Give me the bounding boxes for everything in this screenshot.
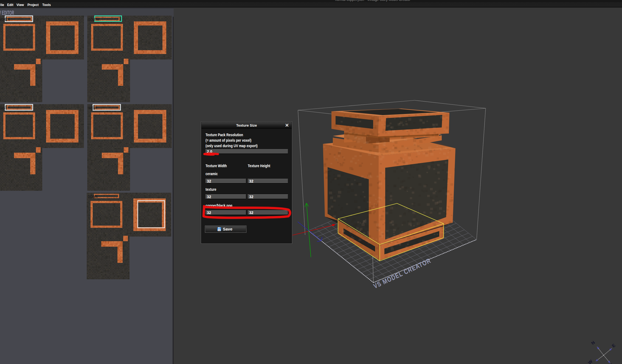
svg-text:NORTH: NORTH	[0, 17, 10, 22]
svg-text:SOUTH: SOUTH	[88, 17, 99, 22]
svg-text:WEST: WEST	[88, 106, 97, 110]
svg-text:DOWN: DOWN	[88, 194, 97, 199]
svg-text:EAST: EAST	[0, 106, 7, 110]
